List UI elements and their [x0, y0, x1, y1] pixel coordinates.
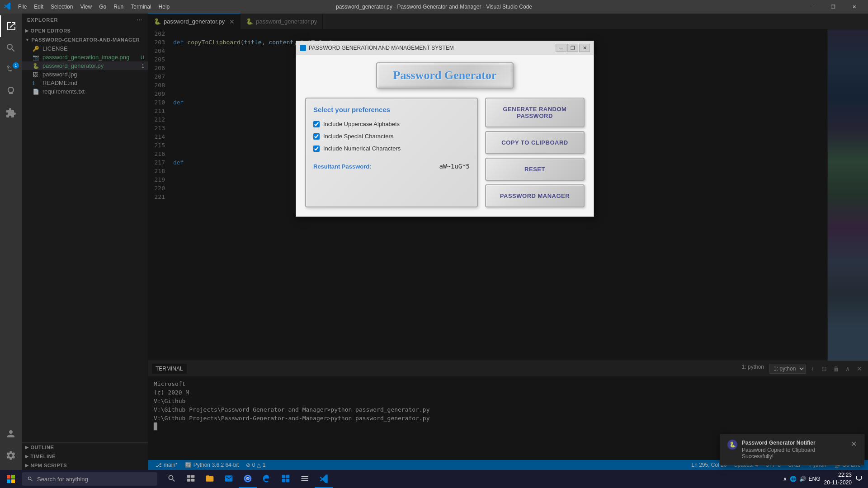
taskbar-time-value: 22:23 — [824, 471, 852, 479]
source-control-badge: 1 — [13, 62, 19, 69]
taskbar-search-app[interactable] — [163, 470, 181, 488]
svg-rect-1 — [11, 475, 15, 479]
menu-go[interactable]: Go — [95, 2, 110, 12]
dialog-maximize-btn[interactable]: ❐ — [567, 44, 578, 52]
menu-file[interactable]: File — [14, 2, 30, 12]
svg-rect-4 — [187, 475, 191, 478]
activity-explorer[interactable] — [0, 15, 22, 37]
pg-title-container: Password Generator — [305, 62, 585, 89]
dialog-window-controls: ─ ❐ ✕ — [556, 44, 590, 52]
notif-content: Password Generator Notifier Password Cop… — [742, 440, 846, 460]
taskbar-notification-btn[interactable]: 🗨 — [855, 475, 863, 483]
activity-source-control[interactable]: 1 — [0, 59, 22, 80]
dialog-titlebar: PASSWORD GENERATION AND MANAGEMENT SYSTE… — [296, 41, 594, 55]
taskbar-start-btn[interactable] — [2, 470, 20, 488]
result-row: Resultant Password: aW~1uG*5 — [313, 159, 470, 170]
pref-numerical: Include Numerical Characters — [313, 145, 470, 152]
dialog-main-row: Select your preferences Include Uppercas… — [305, 98, 585, 207]
dialog-close-btn[interactable]: ✕ — [579, 44, 590, 52]
pref-numerical-checkbox[interactable] — [313, 145, 320, 152]
notif-app-icon: 🐍 — [727, 440, 737, 450]
menu-help[interactable]: Help — [155, 2, 174, 12]
taskbar-search-box[interactable]: Search for anything — [22, 472, 157, 486]
notif-close-btn[interactable]: ✕ — [851, 440, 857, 448]
taskbar-edge[interactable] — [258, 470, 276, 488]
notification: 🐍 Password Generator Notifier Password C… — [720, 434, 864, 465]
svg-rect-9 — [282, 475, 286, 479]
svg-rect-3 — [11, 479, 15, 483]
taskbar-windows-store[interactable] — [277, 470, 295, 488]
notif-title: Password Generator Notifier — [742, 440, 846, 446]
pref-special-checkbox[interactable] — [313, 133, 320, 140]
password-dialog: PASSWORD GENERATION AND MANAGEMENT SYSTE… — [296, 41, 594, 217]
menu-view[interactable]: View — [76, 2, 95, 12]
modal-overlay: PASSWORD GENERATION AND MANAGEMENT SYSTE… — [22, 14, 868, 470]
taskbar: Search for anything ∧ — [0, 470, 868, 488]
taskbar-file-explorer[interactable] — [201, 470, 219, 488]
svg-rect-6 — [187, 479, 191, 482]
password-manager-btn[interactable]: PASSWORD MANAGER — [485, 184, 585, 207]
dialog-title-text: PASSWORD GENERATION AND MANAGEMENT SYSTE… — [309, 45, 454, 51]
titlebar-left: File Edit Selection View Go Run Terminal… — [4, 2, 173, 12]
dialog-minimize-btn[interactable]: ─ — [556, 44, 566, 52]
menu-selection[interactable]: Selection — [47, 2, 76, 12]
pref-special-label: Include Special Characters — [323, 133, 393, 140]
generate-btn[interactable]: GENERATE RANDOM PASSWORD — [485, 98, 585, 127]
copy-clipboard-btn[interactable]: COPY TO CLIPBOARD — [485, 131, 585, 154]
pref-uppercase: Include Uppercase Alphabets — [313, 121, 470, 127]
taskbar-file-manager[interactable] — [296, 470, 314, 488]
activity-extensions[interactable] — [0, 102, 22, 124]
tray-arrow[interactable]: ∧ — [783, 476, 787, 482]
tray-network[interactable]: 🌐 — [790, 476, 797, 482]
titlebar: File Edit Selection View Go Run Terminal… — [0, 0, 868, 14]
activity-debug[interactable] — [0, 80, 22, 102]
menu-edit[interactable]: Edit — [30, 2, 47, 12]
svg-rect-5 — [191, 475, 195, 478]
svg-rect-7 — [191, 479, 195, 482]
pg-title-box: Password Generator — [376, 62, 514, 89]
taskbar-right: ∧ 🌐 🔊 ENG 22:23 20-11-2020 🗨 — [783, 471, 866, 487]
dialog-app-icon — [300, 45, 306, 51]
taskbar-apps — [163, 470, 333, 488]
activity-settings[interactable] — [0, 445, 22, 466]
taskbar-vscode[interactable] — [315, 470, 333, 488]
system-tray: ∧ 🌐 🔊 ENG — [783, 476, 821, 482]
reset-btn[interactable]: RESET — [485, 158, 585, 181]
actions-panel: GENERATE RANDOM PASSWORD COPY TO CLIPBOA… — [485, 98, 585, 207]
preferences-panel: Select your preferences Include Uppercas… — [305, 98, 478, 207]
maximize-button[interactable]: ❐ — [823, 0, 844, 14]
pref-uppercase-checkbox[interactable] — [313, 121, 320, 127]
titlebar-menu: File Edit Selection View Go Run Terminal… — [14, 2, 173, 12]
titlebar-title: password_generator.py - Password-Generat… — [336, 4, 532, 10]
titlebar-controls: ─ ❐ ✕ — [802, 0, 864, 14]
svg-rect-11 — [282, 479, 286, 483]
activity-search[interactable] — [0, 37, 22, 59]
tray-volume[interactable]: 🔊 — [799, 476, 806, 482]
pg-title-text: Password Generator — [393, 69, 497, 82]
vscode-icon — [4, 2, 11, 11]
svg-rect-12 — [286, 479, 290, 483]
menu-run[interactable]: Run — [110, 2, 127, 12]
activity-bar: 1 — [0, 14, 22, 470]
result-label: Resultant Password: — [313, 163, 372, 170]
taskbar-search-text: Search for anything — [37, 476, 88, 483]
close-button[interactable]: ✕ — [844, 0, 864, 14]
dialog-title-left: PASSWORD GENERATION AND MANAGEMENT SYSTE… — [300, 45, 454, 51]
pref-numerical-label: Include Numerical Characters — [323, 145, 401, 152]
svg-rect-10 — [286, 475, 290, 479]
minimize-button[interactable]: ─ — [802, 0, 823, 14]
activity-bottom — [0, 423, 22, 470]
pref-uppercase-label: Include Uppercase Alphabets — [323, 121, 400, 127]
taskbar-chrome[interactable] — [239, 470, 257, 488]
dialog-body: Password Generator Select your preferenc… — [296, 55, 594, 216]
menu-terminal[interactable]: Terminal — [127, 2, 155, 12]
tray-lang: ENG — [809, 476, 821, 482]
taskbar-date-value: 20-11-2020 — [824, 479, 852, 487]
svg-rect-2 — [7, 479, 10, 483]
taskbar-mail[interactable] — [220, 470, 238, 488]
taskbar-clock[interactable]: 22:23 20-11-2020 — [824, 471, 852, 487]
notif-body: Password Copied to Clipboard Successfull… — [742, 447, 846, 460]
result-value: aW~1uG*5 — [439, 163, 470, 170]
activity-account[interactable] — [0, 423, 22, 445]
taskbar-task-view[interactable] — [182, 470, 200, 488]
